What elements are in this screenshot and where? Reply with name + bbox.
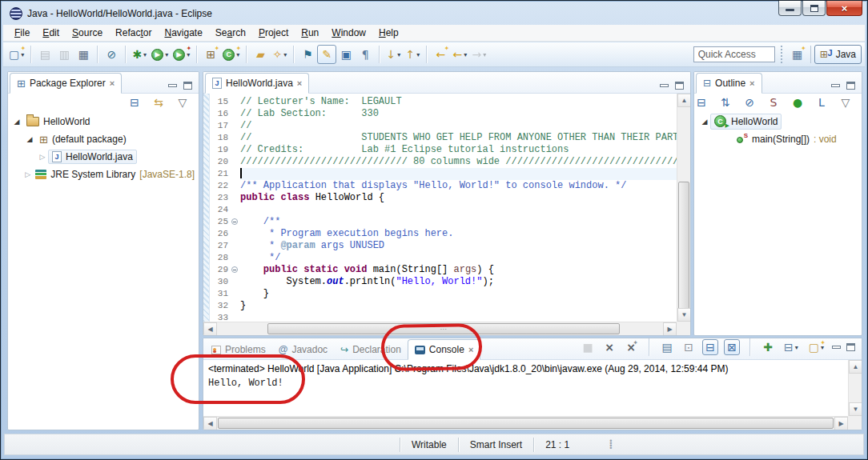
tab-javadoc[interactable]: @Javadoc <box>272 340 334 359</box>
outline-item-helloworld[interactable]: ◢C▶HelloWorld <box>694 113 862 130</box>
quick-access-input[interactable] <box>693 46 775 62</box>
code-line-23[interactable]: 23public class HelloWorld { <box>211 192 677 204</box>
pin-console-button[interactable]: ✚ <box>760 339 776 355</box>
next-annotation-button[interactable]: ↓▾ <box>384 45 403 64</box>
editor-horizontal-scrollbar[interactable]: ◀ ⋯ ▶ <box>203 322 677 335</box>
code-line-28[interactable]: 28 */ <box>211 252 677 264</box>
new-wizard-button[interactable]: ▢✦▾ <box>6 45 26 64</box>
tab-console[interactable]: Console× <box>408 339 480 360</box>
mark-occurrences-button[interactable]: ✎ <box>317 45 336 64</box>
code-line-24[interactable]: 24 <box>211 204 677 216</box>
scroll-right-icon[interactable]: ▶ <box>663 322 677 336</box>
code-line-30[interactable]: 30 System.out.println("Hello, World!"); <box>211 276 677 288</box>
hide-fields-button[interactable]: ⊘ <box>741 94 757 110</box>
code-line-32[interactable]: 32} <box>211 300 677 312</box>
console-scroll-right-icon[interactable]: ▶ <box>834 417 848 430</box>
show-selected-element-button[interactable]: ▣ <box>336 45 356 64</box>
fold-collapse-icon[interactable] <box>230 216 240 228</box>
outline-item-main-string-[interactable]: Smain(String[]) : void <box>694 130 862 148</box>
scroll-up-icon[interactable]: ▲ <box>677 94 691 107</box>
dropdown-arrow-icon[interactable]: ▾ <box>416 51 420 58</box>
code-line-27[interactable]: 27 * @param args UNUSED <box>211 240 677 252</box>
menu-file[interactable]: File <box>8 26 36 40</box>
code-line-16[interactable]: 16// Lab Section: 330 <box>211 108 677 120</box>
remove-all-terminated-button[interactable]: ×✦ <box>623 339 639 355</box>
menu-run[interactable]: Run <box>295 26 325 40</box>
show-whitespace-button[interactable]: ¶ <box>356 45 375 64</box>
hide-local-types-button[interactable]: L <box>814 94 830 110</box>
code-editor[interactable]: 15// Lecturer's Name: LEGAULT16// Lab Se… <box>211 94 677 322</box>
code-line-17[interactable]: 17// <box>211 120 677 132</box>
scroll-left-icon[interactable]: ◀ <box>203 322 217 336</box>
maximize-view-button[interactable] <box>183 82 192 90</box>
code-line-22[interactable]: 22/** Application that displays "Hello, … <box>211 180 677 192</box>
hide-static-members-button[interactable]: S <box>766 94 782 110</box>
tree-item-jre-system-library[interactable]: ▷JRE System Library [JavaSE-1.8] <box>8 166 199 183</box>
minimize-console-button[interactable] <box>832 346 841 349</box>
code-line-19[interactable]: 19// Credits: Lab #1 Eclipse tutorial in… <box>211 144 677 156</box>
console-output-area[interactable]: <terminated> HelloWorld [Java Applicatio… <box>203 360 848 416</box>
minimize-button[interactable] <box>778 1 802 16</box>
collapsed-arrow-icon[interactable]: ▷ <box>24 170 31 178</box>
menu-refactor[interactable]: Refactor <box>109 26 158 40</box>
dropdown-arrow-icon[interactable]: ▾ <box>165 51 168 58</box>
collapsed-arrow-icon[interactable]: ▷ <box>37 153 48 161</box>
dropdown-arrow-icon[interactable]: ▾ <box>483 51 486 58</box>
tab-editor-helloworld[interactable]: J HelloWorld.java × <box>205 73 309 94</box>
console-scroll-up-icon[interactable]: ▲ <box>849 360 862 374</box>
minimize-editor-button[interactable] <box>660 84 669 87</box>
remove-launch-button[interactable]: × <box>601 339 617 355</box>
console-scroll-down-icon[interactable]: ▼ <box>849 402 862 416</box>
maximize-editor-button[interactable] <box>675 82 684 90</box>
java-perspective-button[interactable]: ⊞J Java <box>814 45 862 64</box>
sort-button[interactable]: ⇅ <box>717 94 733 110</box>
console-scroll-left-icon[interactable]: ◀ <box>203 417 217 430</box>
new-java-class-button[interactable]: C✦▾ <box>220 45 242 64</box>
console-horizontal-scrollbar[interactable]: ◀ ▶ <box>203 416 848 430</box>
open-type-button[interactable]: ⚑ <box>298 45 317 64</box>
new-java-project-button[interactable]: ⊞✦ <box>201 45 220 64</box>
tab-declaration[interactable]: ↪Declaration <box>334 340 408 359</box>
save-all-button[interactable]: ▥ <box>54 45 74 64</box>
code-line-15[interactable]: 15// Lecturer's Name: LEGAULT <box>211 96 677 108</box>
menu-source[interactable]: Source <box>66 26 109 40</box>
last-edit-location-button[interactable]: ←✦ <box>431 45 450 64</box>
display-selected-console-button[interactable]: ⊟▾ <box>782 339 801 355</box>
search-button[interactable]: ✧▾ <box>270 45 289 64</box>
code-line-29[interactable]: 29 public static void main(String[] args… <box>211 264 677 276</box>
tab-problems[interactable]: Problems <box>205 340 272 359</box>
code-line-26[interactable]: 26 * Program execution begins here. <box>211 228 677 240</box>
save-button[interactable]: ▤ <box>35 45 54 64</box>
forward-button[interactable]: →▾ <box>469 45 488 64</box>
editor-vscroll-thumb[interactable] <box>678 182 689 318</box>
editor-vertical-scrollbar[interactable]: ▲ ▼ <box>677 94 690 322</box>
minimize-view-button[interactable] <box>168 84 177 87</box>
open-task-button[interactable]: ▰ <box>251 45 270 64</box>
scroll-down-icon[interactable]: ▼ <box>677 308 691 322</box>
terminate-button[interactable]: ■ <box>580 339 596 355</box>
link-with-editor-button[interactable]: ⇆ <box>151 94 167 110</box>
maximize-console-button[interactable] <box>846 343 855 351</box>
tree-item--default-package-[interactable]: ◢⊞(default package) <box>8 130 199 148</box>
debug-button[interactable]: ✱▾ <box>130 45 149 64</box>
dropdown-arrow-icon[interactable]: ▾ <box>397 51 400 58</box>
collapse-all-button[interactable]: ⊟ <box>127 94 143 110</box>
clear-console-button[interactable]: ▤ <box>659 339 675 355</box>
show-console-stderr-button[interactable]: ⊠ <box>724 339 740 355</box>
menu-search[interactable]: Search <box>209 26 252 40</box>
expanded-arrow-icon[interactable]: ◢ <box>24 135 35 143</box>
code-line-18[interactable]: 18// STUDENTS WHO GET HELP FROM ANYONE O… <box>211 132 677 144</box>
menu-edit[interactable]: Edit <box>36 26 66 40</box>
menu-window[interactable]: Window <box>325 26 372 40</box>
back-button[interactable]: ←▾ <box>450 45 469 64</box>
menu-project[interactable]: Project <box>252 26 295 40</box>
collapse-all-button[interactable]: ⊟ <box>693 94 709 110</box>
code-line-21[interactable]: 21 <box>211 168 677 180</box>
expanded-arrow-icon[interactable]: ◢ <box>699 118 710 126</box>
open-perspective-button[interactable]: ▦✦ <box>788 45 807 64</box>
tab-package-explorer[interactable]: ⊞ Package Explorer × <box>10 73 122 94</box>
code-line-33[interactable]: 33 <box>211 312 677 322</box>
print-button[interactable]: ▦ <box>74 45 93 64</box>
fold-collapse-icon[interactable] <box>230 264 240 276</box>
dropdown-arrow-icon[interactable]: ▾ <box>464 51 467 58</box>
